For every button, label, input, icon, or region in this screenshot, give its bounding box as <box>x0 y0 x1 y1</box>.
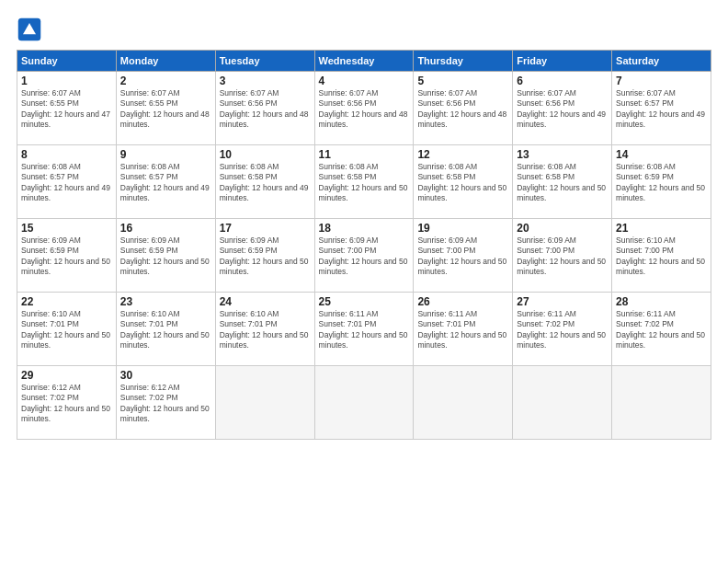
day-info: Sunrise: 6:12 AMSunset: 7:02 PMDaylight:… <box>120 383 210 423</box>
day-info: Sunrise: 6:11 AMSunset: 7:01 PMDaylight:… <box>319 309 408 350</box>
calendar-cell: 28 Sunrise: 6:11 AMSunset: 7:02 PMDaylig… <box>612 293 711 366</box>
calendar-cell <box>314 366 414 440</box>
day-number: 21 <box>616 222 707 235</box>
day-info: Sunrise: 6:10 AMSunset: 7:01 PMDaylight:… <box>120 309 210 350</box>
calendar-cell: 11 Sunrise: 6:08 AMSunset: 6:58 PMDaylig… <box>314 145 414 219</box>
day-number: 4 <box>319 75 410 87</box>
calendar-cell: 22 Sunrise: 6:10 AMSunset: 7:01 PMDaylig… <box>17 293 117 366</box>
day-number: 5 <box>417 75 508 87</box>
day-number: 23 <box>120 295 211 308</box>
day-info: Sunrise: 6:07 AMSunset: 6:57 PMDaylight:… <box>616 88 705 129</box>
day-info: Sunrise: 6:07 AMSunset: 6:56 PMDaylight:… <box>517 88 606 129</box>
day-number: 1 <box>21 75 112 87</box>
day-info: Sunrise: 6:07 AMSunset: 6:55 PMDaylight:… <box>21 88 110 129</box>
day-number: 19 <box>417 222 508 235</box>
day-info: Sunrise: 6:08 AMSunset: 6:59 PMDaylight:… <box>616 162 705 202</box>
day-header-thursday: Thursday <box>414 51 513 72</box>
logo <box>17 17 44 42</box>
calendar-cell: 30 Sunrise: 6:12 AMSunset: 7:02 PMDaylig… <box>116 366 215 440</box>
day-info: Sunrise: 6:10 AMSunset: 7:00 PMDaylight:… <box>616 236 705 276</box>
day-header-wednesday: Wednesday <box>314 51 414 72</box>
calendar-cell: 10 Sunrise: 6:08 AMSunset: 6:58 PMDaylig… <box>215 145 314 219</box>
day-info: Sunrise: 6:08 AMSunset: 6:58 PMDaylight:… <box>417 162 506 202</box>
day-number: 14 <box>616 148 707 161</box>
day-info: Sunrise: 6:08 AMSunset: 6:58 PMDaylight:… <box>517 162 606 202</box>
day-number: 2 <box>120 75 211 87</box>
page: SundayMondayTuesdayWednesdayThursdayFrid… <box>0 0 728 563</box>
calendar-cell: 7 Sunrise: 6:07 AMSunset: 6:57 PMDayligh… <box>612 72 711 145</box>
day-number: 9 <box>120 148 211 161</box>
day-info: Sunrise: 6:08 AMSunset: 6:58 PMDaylight:… <box>220 162 309 202</box>
day-info: Sunrise: 6:09 AMSunset: 6:59 PMDaylight:… <box>120 236 210 276</box>
calendar-cell: 29 Sunrise: 6:12 AMSunset: 7:02 PMDaylig… <box>17 366 117 440</box>
calendar-cell <box>414 366 513 440</box>
calendar-cell <box>513 366 612 440</box>
day-number: 29 <box>21 369 112 382</box>
header <box>17 17 711 42</box>
calendar-cell: 2 Sunrise: 6:07 AMSunset: 6:55 PMDayligh… <box>116 72 215 145</box>
calendar-cell: 14 Sunrise: 6:08 AMSunset: 6:59 PMDaylig… <box>612 145 711 219</box>
day-info: Sunrise: 6:11 AMSunset: 7:01 PMDaylight:… <box>417 309 506 350</box>
day-number: 7 <box>616 75 707 87</box>
day-number: 30 <box>120 369 211 382</box>
day-info: Sunrise: 6:09 AMSunset: 6:59 PMDaylight:… <box>21 236 110 276</box>
day-info: Sunrise: 6:07 AMSunset: 6:56 PMDaylight:… <box>220 88 309 129</box>
day-number: 6 <box>517 75 608 87</box>
calendar-cell: 9 Sunrise: 6:08 AMSunset: 6:57 PMDayligh… <box>116 145 215 219</box>
calendar-cell: 17 Sunrise: 6:09 AMSunset: 6:59 PMDaylig… <box>215 219 314 293</box>
day-info: Sunrise: 6:08 AMSunset: 6:58 PMDaylight:… <box>319 162 408 202</box>
calendar-cell: 18 Sunrise: 6:09 AMSunset: 7:00 PMDaylig… <box>314 219 414 293</box>
calendar-cell: 20 Sunrise: 6:09 AMSunset: 7:00 PMDaylig… <box>513 219 612 293</box>
calendar-cell: 23 Sunrise: 6:10 AMSunset: 7:01 PMDaylig… <box>116 293 215 366</box>
day-number: 8 <box>21 148 112 161</box>
calendar-cell: 21 Sunrise: 6:10 AMSunset: 7:00 PMDaylig… <box>612 219 711 293</box>
day-number: 24 <box>220 295 311 308</box>
week-row-3: 15 Sunrise: 6:09 AMSunset: 6:59 PMDaylig… <box>17 219 711 293</box>
calendar-cell: 26 Sunrise: 6:11 AMSunset: 7:01 PMDaylig… <box>414 293 513 366</box>
day-number: 28 <box>616 295 707 308</box>
day-number: 20 <box>517 222 608 235</box>
calendar-cell: 16 Sunrise: 6:09 AMSunset: 6:59 PMDaylig… <box>116 219 215 293</box>
day-number: 3 <box>220 75 311 87</box>
day-number: 25 <box>319 295 410 308</box>
calendar-cell <box>215 366 314 440</box>
calendar-cell: 4 Sunrise: 6:07 AMSunset: 6:56 PMDayligh… <box>314 72 414 145</box>
day-info: Sunrise: 6:09 AMSunset: 6:59 PMDaylight:… <box>220 236 309 276</box>
day-info: Sunrise: 6:08 AMSunset: 6:57 PMDaylight:… <box>120 162 210 202</box>
day-number: 17 <box>220 222 311 235</box>
day-info: Sunrise: 6:09 AMSunset: 7:00 PMDaylight:… <box>417 236 506 276</box>
day-info: Sunrise: 6:08 AMSunset: 6:57 PMDaylight:… <box>21 162 110 202</box>
day-info: Sunrise: 6:07 AMSunset: 6:56 PMDaylight:… <box>319 88 408 129</box>
calendar-table: SundayMondayTuesdayWednesdayThursdayFrid… <box>17 50 711 440</box>
day-number: 26 <box>417 295 508 308</box>
day-header-friday: Friday <box>513 51 612 72</box>
day-number: 27 <box>517 295 608 308</box>
day-header-saturday: Saturday <box>612 51 711 72</box>
day-info: Sunrise: 6:12 AMSunset: 7:02 PMDaylight:… <box>21 383 110 423</box>
calendar-cell: 1 Sunrise: 6:07 AMSunset: 6:55 PMDayligh… <box>17 72 117 145</box>
calendar-cell: 24 Sunrise: 6:10 AMSunset: 7:01 PMDaylig… <box>215 293 314 366</box>
calendar-cell: 8 Sunrise: 6:08 AMSunset: 6:57 PMDayligh… <box>17 145 117 219</box>
day-number: 15 <box>21 222 112 235</box>
calendar-cell: 15 Sunrise: 6:09 AMSunset: 6:59 PMDaylig… <box>17 219 117 293</box>
day-info: Sunrise: 6:10 AMSunset: 7:01 PMDaylight:… <box>21 309 110 350</box>
logo-icon <box>17 17 42 42</box>
day-number: 16 <box>120 222 211 235</box>
calendar-cell: 13 Sunrise: 6:08 AMSunset: 6:58 PMDaylig… <box>513 145 612 219</box>
calendar-cell: 6 Sunrise: 6:07 AMSunset: 6:56 PMDayligh… <box>513 72 612 145</box>
day-number: 13 <box>517 148 608 161</box>
day-number: 22 <box>21 295 112 308</box>
day-info: Sunrise: 6:11 AMSunset: 7:02 PMDaylight:… <box>517 309 606 350</box>
calendar-cell: 12 Sunrise: 6:08 AMSunset: 6:58 PMDaylig… <box>414 145 513 219</box>
day-info: Sunrise: 6:07 AMSunset: 6:56 PMDaylight:… <box>417 88 506 129</box>
week-row-2: 8 Sunrise: 6:08 AMSunset: 6:57 PMDayligh… <box>17 145 711 219</box>
week-row-1: 1 Sunrise: 6:07 AMSunset: 6:55 PMDayligh… <box>17 72 711 145</box>
day-number: 11 <box>319 148 410 161</box>
calendar-cell: 25 Sunrise: 6:11 AMSunset: 7:01 PMDaylig… <box>314 293 414 366</box>
day-info: Sunrise: 6:07 AMSunset: 6:55 PMDaylight:… <box>120 88 210 129</box>
calendar-cell: 27 Sunrise: 6:11 AMSunset: 7:02 PMDaylig… <box>513 293 612 366</box>
day-info: Sunrise: 6:11 AMSunset: 7:02 PMDaylight:… <box>616 309 705 350</box>
day-info: Sunrise: 6:09 AMSunset: 7:00 PMDaylight:… <box>517 236 606 276</box>
day-number: 12 <box>417 148 508 161</box>
calendar-cell: 19 Sunrise: 6:09 AMSunset: 7:00 PMDaylig… <box>414 219 513 293</box>
